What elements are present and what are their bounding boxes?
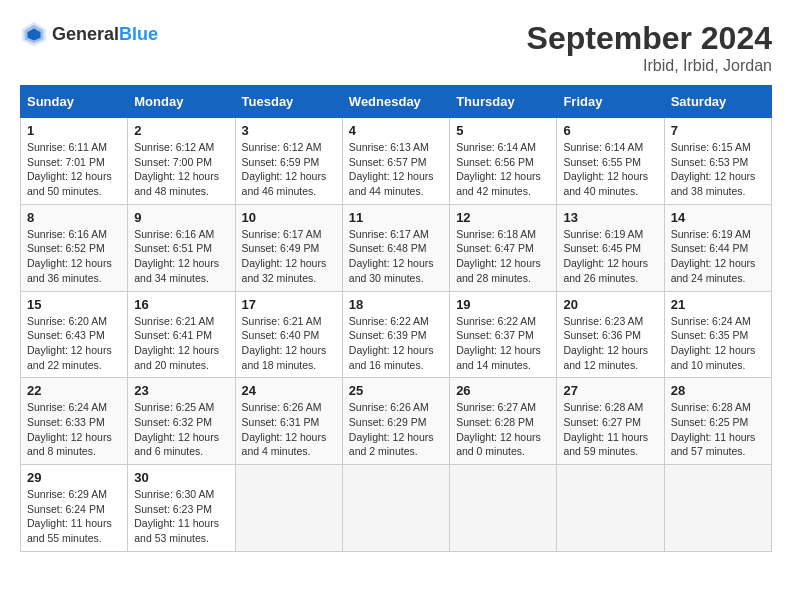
day-info: Sunrise: 6:14 AMSunset: 6:55 PMDaylight:… (563, 140, 657, 199)
day-info: Sunrise: 6:22 AMSunset: 6:39 PMDaylight:… (349, 314, 443, 373)
table-row: 25Sunrise: 6:26 AMSunset: 6:29 PMDayligh… (342, 378, 449, 465)
day-info: Sunrise: 6:16 AMSunset: 6:52 PMDaylight:… (27, 227, 121, 286)
day-info: Sunrise: 6:25 AMSunset: 6:32 PMDaylight:… (134, 400, 228, 459)
day-info: Sunrise: 6:19 AMSunset: 6:45 PMDaylight:… (563, 227, 657, 286)
day-info: Sunrise: 6:27 AMSunset: 6:28 PMDaylight:… (456, 400, 550, 459)
page-header: GeneralBlue September 2024 Irbid, Irbid,… (20, 20, 772, 75)
day-info: Sunrise: 6:11 AMSunset: 7:01 PMDaylight:… (27, 140, 121, 199)
day-number: 3 (242, 123, 336, 138)
day-number: 21 (671, 297, 765, 312)
day-info: Sunrise: 6:24 AMSunset: 6:35 PMDaylight:… (671, 314, 765, 373)
day-number: 27 (563, 383, 657, 398)
table-row (235, 465, 342, 552)
table-row: 19Sunrise: 6:22 AMSunset: 6:37 PMDayligh… (450, 291, 557, 378)
day-number: 22 (27, 383, 121, 398)
day-info: Sunrise: 6:15 AMSunset: 6:53 PMDaylight:… (671, 140, 765, 199)
day-number: 8 (27, 210, 121, 225)
day-info: Sunrise: 6:23 AMSunset: 6:36 PMDaylight:… (563, 314, 657, 373)
col-wednesday: Wednesday (342, 86, 449, 118)
day-info: Sunrise: 6:30 AMSunset: 6:23 PMDaylight:… (134, 487, 228, 546)
day-number: 14 (671, 210, 765, 225)
table-row: 4Sunrise: 6:13 AMSunset: 6:57 PMDaylight… (342, 118, 449, 205)
day-number: 17 (242, 297, 336, 312)
logo-icon (20, 20, 48, 48)
table-row: 14Sunrise: 6:19 AMSunset: 6:44 PMDayligh… (664, 204, 771, 291)
table-row: 13Sunrise: 6:19 AMSunset: 6:45 PMDayligh… (557, 204, 664, 291)
table-row (557, 465, 664, 552)
day-number: 25 (349, 383, 443, 398)
day-info: Sunrise: 6:17 AMSunset: 6:49 PMDaylight:… (242, 227, 336, 286)
table-row: 17Sunrise: 6:21 AMSunset: 6:40 PMDayligh… (235, 291, 342, 378)
day-number: 24 (242, 383, 336, 398)
day-number: 29 (27, 470, 121, 485)
day-info: Sunrise: 6:24 AMSunset: 6:33 PMDaylight:… (27, 400, 121, 459)
table-row: 2Sunrise: 6:12 AMSunset: 7:00 PMDaylight… (128, 118, 235, 205)
day-info: Sunrise: 6:20 AMSunset: 6:43 PMDaylight:… (27, 314, 121, 373)
day-info: Sunrise: 6:17 AMSunset: 6:48 PMDaylight:… (349, 227, 443, 286)
day-info: Sunrise: 6:26 AMSunset: 6:29 PMDaylight:… (349, 400, 443, 459)
day-number: 2 (134, 123, 228, 138)
title-area: September 2024 Irbid, Irbid, Jordan (527, 20, 772, 75)
table-row: 20Sunrise: 6:23 AMSunset: 6:36 PMDayligh… (557, 291, 664, 378)
table-row: 8Sunrise: 6:16 AMSunset: 6:52 PMDaylight… (21, 204, 128, 291)
table-row: 18Sunrise: 6:22 AMSunset: 6:39 PMDayligh… (342, 291, 449, 378)
table-row: 27Sunrise: 6:28 AMSunset: 6:27 PMDayligh… (557, 378, 664, 465)
logo-text: GeneralBlue (52, 24, 158, 45)
table-row: 3Sunrise: 6:12 AMSunset: 6:59 PMDaylight… (235, 118, 342, 205)
table-row (450, 465, 557, 552)
day-info: Sunrise: 6:19 AMSunset: 6:44 PMDaylight:… (671, 227, 765, 286)
table-row: 6Sunrise: 6:14 AMSunset: 6:55 PMDaylight… (557, 118, 664, 205)
day-info: Sunrise: 6:13 AMSunset: 6:57 PMDaylight:… (349, 140, 443, 199)
day-info: Sunrise: 6:28 AMSunset: 6:27 PMDaylight:… (563, 400, 657, 459)
col-friday: Friday (557, 86, 664, 118)
day-info: Sunrise: 6:21 AMSunset: 6:41 PMDaylight:… (134, 314, 228, 373)
table-row: 11Sunrise: 6:17 AMSunset: 6:48 PMDayligh… (342, 204, 449, 291)
day-number: 13 (563, 210, 657, 225)
day-info: Sunrise: 6:12 AMSunset: 6:59 PMDaylight:… (242, 140, 336, 199)
day-number: 10 (242, 210, 336, 225)
table-row: 15Sunrise: 6:20 AMSunset: 6:43 PMDayligh… (21, 291, 128, 378)
day-number: 9 (134, 210, 228, 225)
table-row: 10Sunrise: 6:17 AMSunset: 6:49 PMDayligh… (235, 204, 342, 291)
calendar-week-row: 15Sunrise: 6:20 AMSunset: 6:43 PMDayligh… (21, 291, 772, 378)
table-row: 26Sunrise: 6:27 AMSunset: 6:28 PMDayligh… (450, 378, 557, 465)
col-sunday: Sunday (21, 86, 128, 118)
calendar-week-row: 22Sunrise: 6:24 AMSunset: 6:33 PMDayligh… (21, 378, 772, 465)
table-row: 12Sunrise: 6:18 AMSunset: 6:47 PMDayligh… (450, 204, 557, 291)
calendar-week-row: 1Sunrise: 6:11 AMSunset: 7:01 PMDaylight… (21, 118, 772, 205)
day-number: 5 (456, 123, 550, 138)
table-row: 30Sunrise: 6:30 AMSunset: 6:23 PMDayligh… (128, 465, 235, 552)
col-monday: Monday (128, 86, 235, 118)
day-info: Sunrise: 6:29 AMSunset: 6:24 PMDaylight:… (27, 487, 121, 546)
calendar-week-row: 8Sunrise: 6:16 AMSunset: 6:52 PMDaylight… (21, 204, 772, 291)
day-info: Sunrise: 6:21 AMSunset: 6:40 PMDaylight:… (242, 314, 336, 373)
col-thursday: Thursday (450, 86, 557, 118)
day-number: 16 (134, 297, 228, 312)
day-info: Sunrise: 6:12 AMSunset: 7:00 PMDaylight:… (134, 140, 228, 199)
day-number: 15 (27, 297, 121, 312)
day-number: 1 (27, 123, 121, 138)
day-info: Sunrise: 6:14 AMSunset: 6:56 PMDaylight:… (456, 140, 550, 199)
table-row (664, 465, 771, 552)
table-row: 9Sunrise: 6:16 AMSunset: 6:51 PMDaylight… (128, 204, 235, 291)
day-info: Sunrise: 6:28 AMSunset: 6:25 PMDaylight:… (671, 400, 765, 459)
table-row (342, 465, 449, 552)
day-info: Sunrise: 6:18 AMSunset: 6:47 PMDaylight:… (456, 227, 550, 286)
day-number: 18 (349, 297, 443, 312)
calendar-table: Sunday Monday Tuesday Wednesday Thursday… (20, 85, 772, 552)
table-row: 28Sunrise: 6:28 AMSunset: 6:25 PMDayligh… (664, 378, 771, 465)
month-title: September 2024 (527, 20, 772, 57)
table-row: 21Sunrise: 6:24 AMSunset: 6:35 PMDayligh… (664, 291, 771, 378)
table-row: 7Sunrise: 6:15 AMSunset: 6:53 PMDaylight… (664, 118, 771, 205)
day-info: Sunrise: 6:22 AMSunset: 6:37 PMDaylight:… (456, 314, 550, 373)
table-row: 24Sunrise: 6:26 AMSunset: 6:31 PMDayligh… (235, 378, 342, 465)
calendar-header-row: Sunday Monday Tuesday Wednesday Thursday… (21, 86, 772, 118)
table-row: 29Sunrise: 6:29 AMSunset: 6:24 PMDayligh… (21, 465, 128, 552)
table-row: 22Sunrise: 6:24 AMSunset: 6:33 PMDayligh… (21, 378, 128, 465)
table-row: 1Sunrise: 6:11 AMSunset: 7:01 PMDaylight… (21, 118, 128, 205)
table-row: 5Sunrise: 6:14 AMSunset: 6:56 PMDaylight… (450, 118, 557, 205)
location-title: Irbid, Irbid, Jordan (527, 57, 772, 75)
col-saturday: Saturday (664, 86, 771, 118)
day-number: 19 (456, 297, 550, 312)
day-info: Sunrise: 6:16 AMSunset: 6:51 PMDaylight:… (134, 227, 228, 286)
